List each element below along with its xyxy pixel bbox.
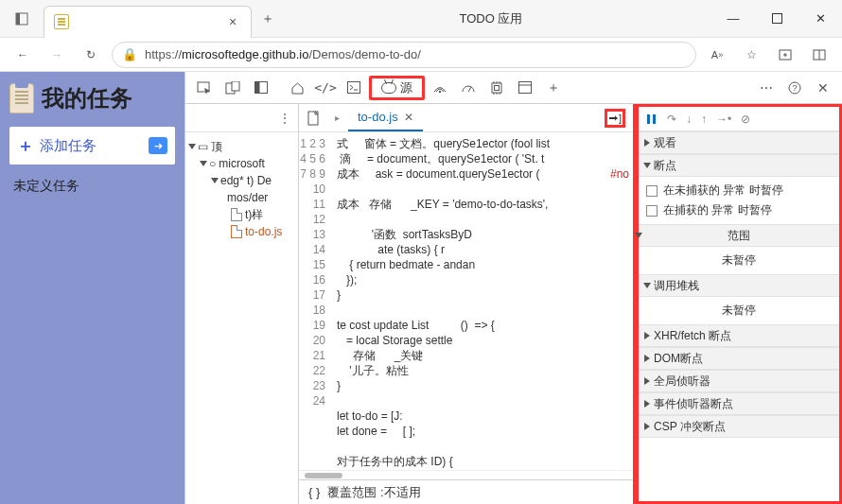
maximize-button[interactable] [755, 0, 798, 38]
inspect-icon[interactable] [191, 77, 218, 99]
debug-controls: ↷ ↓ ↑ →• ⊘ [639, 107, 839, 131]
url-host: microsoftedge.github.io [182, 47, 308, 61]
breakpoints-section[interactable]: 断点 [639, 154, 839, 177]
url-scheme: https:// [145, 47, 182, 61]
url-field[interactable]: 🔒 https://microsoftedge.github.io/Demos/… [112, 42, 696, 68]
page-tab-arrow-icon[interactable]: ▸ [325, 113, 348, 123]
svg-text:?: ? [792, 83, 797, 93]
browser-tab[interactable]: × [44, 6, 252, 38]
window-title: TODO 应用 [271, 10, 711, 27]
event-breakpoints-section[interactable]: 事件侦听器断点 [639, 392, 839, 415]
line-gutter: 1 2 3 4 5 6 7 8 9 10 11 12 13 14 15 16 1… [299, 132, 331, 470]
bug-icon [381, 82, 396, 94]
elements-tab-icon[interactable]: </> [312, 77, 339, 99]
callstack-section[interactable]: 调用堆栈 [639, 274, 839, 297]
file-tree: ▭ 顶 ○ microsoft edg* t) De mos/der t)样 t… [185, 132, 298, 246]
tree-origin[interactable]: ○ microsoft [189, 155, 294, 172]
tree-sub[interactable]: edg* t) De [189, 172, 294, 189]
device-toggle-icon[interactable] [219, 77, 246, 99]
todo-app-panel: 我的任务 ＋ 添加任务 ➜ 未定义任务 [0, 72, 184, 504]
debugger-pane: ↷ ↓ ↑ →• ⊘ 观看 断点 在未捕获的 异常 时暂停 在捕获的 异常 时暂… [636, 104, 842, 504]
pause-uncaught-checkbox[interactable]: 在未捕获的 异常 时暂停 [646, 181, 832, 200]
scope-section[interactable]: 范围 [639, 224, 839, 247]
close-file-icon[interactable]: ✕ [404, 111, 413, 124]
step-over-icon[interactable]: ↷ [667, 113, 676, 126]
svg-rect-1 [16, 13, 20, 25]
favorites-icon[interactable]: ☆ [738, 42, 764, 68]
tree-file-1[interactable]: t)样 [189, 206, 294, 223]
csp-breakpoints-section[interactable]: CSP 冲突断点 [639, 415, 839, 438]
navigator-more-icon[interactable]: ⋮ [279, 112, 290, 125]
tab-actions-icon[interactable] [0, 0, 44, 38]
split-screen-icon[interactable] [806, 42, 833, 68]
xhr-breakpoints-section[interactable]: XHR/fetch 断点 [639, 324, 839, 347]
callstack-not-paused: 未暂停 [639, 297, 839, 324]
page-tab-icon[interactable] [303, 111, 325, 126]
reading-aloud-icon[interactable]: A» [704, 42, 730, 68]
coverage-text: 覆盖范围 :不适用 [327, 484, 420, 501]
navigator-pane: ⋮ ▭ 顶 ○ microsoft edg* t) De mos/der t)样… [185, 104, 299, 504]
watch-section[interactable]: 观看 [639, 131, 839, 154]
editor-tabs: ▸ to-do.js ✕ ⮕] [299, 104, 633, 132]
undefined-task: 未定义任务 [9, 178, 175, 195]
add-task-label: 添加任务 [40, 137, 96, 155]
pause-caught-checkbox[interactable]: 在捕获的 异常 时暂停 [646, 200, 832, 220]
window-titlebar: × ＋ TODO 应用 — ✕ [0, 0, 842, 38]
h-scrollbar[interactable] [305, 473, 342, 478]
more-options-icon[interactable]: ⋯ [753, 77, 780, 99]
refresh-button[interactable]: ↻ [78, 42, 104, 68]
svg-rect-2 [772, 14, 781, 24]
tree-folder[interactable]: mos/der [189, 189, 294, 206]
sources-tab[interactable]: 源 [369, 76, 425, 100]
scope-not-paused: 未暂停 [639, 247, 839, 274]
devtools-panel: </> 源 ＋ ⋯ ? ✕ ⋮ ▭ 顶 ○ micros [184, 72, 842, 504]
add-tab-icon[interactable]: ＋ [540, 77, 567, 99]
run-snippet-button[interactable]: ⮕] [605, 109, 625, 128]
close-devtools-icon[interactable]: ✕ [810, 77, 836, 99]
global-listeners-section[interactable]: 全局侦听器 [639, 370, 839, 392]
step-out-icon[interactable]: ↑ [701, 113, 707, 126]
tree-top[interactable]: ▭ 顶 [189, 138, 294, 155]
minimize-button[interactable]: — [711, 0, 755, 38]
svg-point-15 [439, 90, 441, 92]
svg-rect-18 [495, 85, 500, 90]
performance-tab-icon[interactable] [455, 77, 482, 99]
devtools-toolbar: </> 源 ＋ ⋯ ? ✕ [185, 72, 842, 104]
svg-rect-10 [232, 81, 239, 91]
close-window-button[interactable]: ✕ [798, 0, 842, 38]
svg-rect-31 [653, 114, 656, 124]
deactivate-bp-icon[interactable]: ⊘ [741, 113, 750, 126]
pause-button[interactable] [646, 113, 658, 125]
application-tab-icon[interactable] [512, 77, 538, 99]
tree-file-2[interactable]: to-do.js [189, 223, 294, 240]
network-tab-icon[interactable] [427, 77, 453, 99]
submit-task-button[interactable]: ➜ [149, 137, 167, 154]
editor-pane: ▸ to-do.js ✕ ⮕] 1 2 3 4 5 6 7 8 9 10 11 … [299, 104, 636, 504]
open-file-name: to-do.js [358, 110, 398, 124]
memory-tab-icon[interactable] [483, 77, 510, 99]
navigator-tabs: ⋮ [185, 104, 298, 132]
forward-button[interactable]: → [44, 42, 70, 68]
welcome-tab-icon[interactable] [284, 77, 310, 99]
dom-breakpoints-section[interactable]: DOM断点 [639, 347, 839, 370]
back-button[interactable]: ← [9, 42, 36, 68]
svg-rect-25 [519, 82, 532, 94]
new-tab-button[interactable]: ＋ [252, 10, 271, 27]
step-into-icon[interactable]: ↓ [686, 113, 692, 126]
svg-rect-13 [348, 82, 360, 94]
braces-icon[interactable]: { } [308, 485, 320, 499]
open-file-tab[interactable]: to-do.js ✕ [348, 105, 423, 131]
app-title: 我的任务 [42, 83, 132, 113]
help-icon[interactable]: ? [781, 77, 808, 99]
tab-close-icon[interactable]: × [224, 14, 241, 29]
panel-layout-icon[interactable] [248, 77, 274, 99]
svg-rect-30 [647, 114, 650, 124]
add-task-card[interactable]: ＋ 添加任务 ➜ [9, 127, 175, 165]
plus-icon: ＋ [17, 134, 34, 157]
collections-icon[interactable] [772, 42, 798, 68]
step-icon[interactable]: →• [716, 113, 731, 126]
console-tab-icon[interactable] [341, 77, 367, 99]
code-area[interactable]: 1 2 3 4 5 6 7 8 9 10 11 12 13 14 15 16 1… [299, 132, 633, 470]
svg-line-16 [468, 87, 471, 92]
url-path: /Demos/demo-to-do/ [308, 47, 421, 61]
